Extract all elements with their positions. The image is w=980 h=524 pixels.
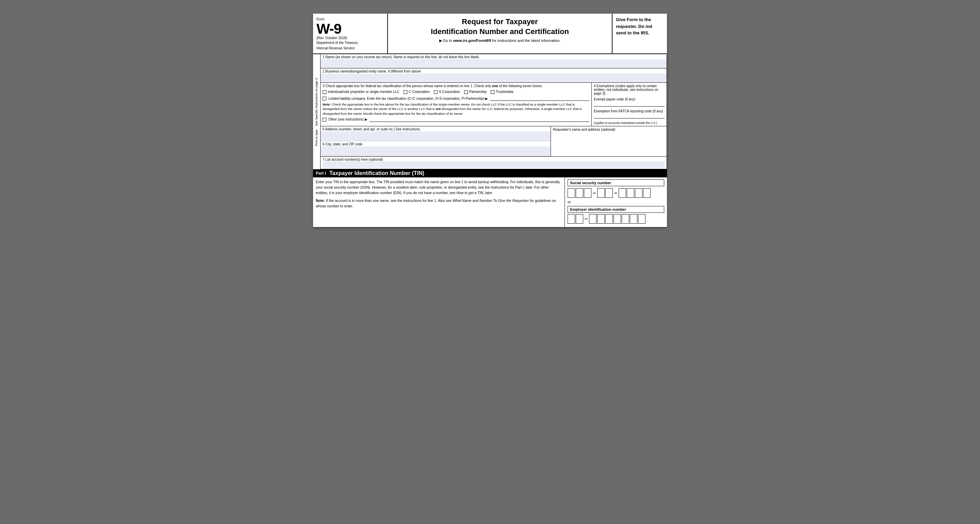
field2-input[interactable] xyxy=(321,73,667,83)
ein-group1 xyxy=(568,214,583,224)
form-body: Print or type. See Specific Instructions… xyxy=(313,54,667,169)
ssn-box1[interactable] xyxy=(568,188,575,198)
field6-input[interactable] xyxy=(321,147,550,156)
part1-text: Enter your TIN in the appropriate box. T… xyxy=(313,177,565,227)
ein-box8[interactable] xyxy=(630,214,637,224)
other-input[interactable] xyxy=(369,117,589,122)
ssn-box2[interactable] xyxy=(576,188,583,198)
irs-label: Internal Revenue Service xyxy=(317,46,384,51)
vertical-text: Print or type. See Specific Instructions… xyxy=(315,77,318,146)
s-corp-label: S Corporation xyxy=(439,90,460,94)
field7-row: 7 List account number(s) here (optional) xyxy=(321,157,667,169)
partnership-checkbox[interactable] xyxy=(464,90,468,94)
field3-row: 3 Check appropriate box for federal tax … xyxy=(321,83,667,126)
ein-box1[interactable] xyxy=(568,214,575,224)
field5-row: 5 Address (number, street, and apt. or s… xyxy=(321,126,550,141)
s-corp-checkbox[interactable] xyxy=(434,90,438,94)
checkbox-s-corp: S Corporation xyxy=(434,90,460,94)
address-section: 5 Address (number, street, and apt. or s… xyxy=(321,126,667,157)
field4-exemptions: 4 Exemptions (codes apply only to certai… xyxy=(592,83,667,126)
exempt-payee-input[interactable] xyxy=(594,102,665,107)
part1-label: Part I xyxy=(316,171,326,176)
ssn-box7[interactable] xyxy=(627,188,634,198)
part1-how-to-get: How to get a TIN, xyxy=(456,191,484,195)
ein-box4[interactable] xyxy=(597,214,605,224)
field3-label: 3 Check appropriate box for federal tax … xyxy=(323,84,589,88)
requester-address: Requester's name and address (optional) xyxy=(551,126,667,156)
part1-what-name: What Name and Number To Give the Request… xyxy=(453,199,529,202)
part1-note-label: Note: xyxy=(316,199,325,202)
c-corp-label: C Corporation xyxy=(409,90,430,94)
llc-checkbox[interactable] xyxy=(323,97,326,100)
ssn-box8[interactable] xyxy=(635,188,643,198)
checkbox-row1: Individual/sole proprietor or single-mem… xyxy=(323,90,589,94)
goto-line: ▶ Go to www.irs.gov/FormW9 for instructi… xyxy=(395,38,605,43)
checkbox-partnership: Partnership xyxy=(464,90,487,94)
ssn-box6[interactable] xyxy=(619,188,626,198)
field5-input[interactable] xyxy=(321,131,550,141)
goto-suffix: for instructions and the latest informat… xyxy=(492,38,560,43)
ssn-dash2: – xyxy=(614,190,617,196)
checkbox-trust: Trust/estate xyxy=(491,90,514,94)
ein-group2 xyxy=(589,214,646,224)
other-row: Other (see instructions) ▶ xyxy=(323,117,589,122)
fatca-input[interactable] xyxy=(594,114,665,118)
ein-box6[interactable] xyxy=(614,214,621,224)
individual-checkbox[interactable] xyxy=(323,90,326,94)
ssn-box4[interactable] xyxy=(597,188,605,198)
ein-box2[interactable] xyxy=(576,214,583,224)
llc-input[interactable] xyxy=(490,96,589,101)
header-right: Give Form to the requester. Do not send … xyxy=(612,14,667,53)
form-header: Form W-9 (Rev. October 2018) Department … xyxy=(313,14,667,54)
checkbox-c-corp: C Corporation xyxy=(404,90,430,94)
vertical-label: Print or type. See Specific Instructions… xyxy=(313,54,321,169)
field5-label: 5 Address (number, street, and apt. or s… xyxy=(321,126,550,131)
ein-box3[interactable] xyxy=(589,214,597,224)
instructions-text: Give Form to the requester. Do not send … xyxy=(616,17,652,35)
form-rev: (Rev. October 2018) xyxy=(317,36,384,40)
form-fields: 1 Name (as shown on your income tax retu… xyxy=(321,54,667,169)
address-left: 5 Address (number, street, and apt. or s… xyxy=(321,126,551,156)
field4-label: 4 Exemptions (codes apply only to certai… xyxy=(594,84,665,96)
field6-label: 6 City, state, and ZIP code xyxy=(321,141,550,147)
ein-boxes: – xyxy=(568,214,664,224)
w9-form: Form W-9 (Rev. October 2018) Department … xyxy=(313,14,667,228)
part1-header: Part I Taxpayer Identification Number (T… xyxy=(313,169,667,177)
field3-left: 3 Check appropriate box for federal tax … xyxy=(321,83,592,126)
fatca-note: (Applies to accounts maintained outside … xyxy=(594,121,665,124)
ssn-boxes: – – xyxy=(568,188,664,198)
form-title: Request for Taxpayer Identification Numb… xyxy=(395,17,605,37)
llc-row: Limited liability company. Enter the tax… xyxy=(323,96,589,101)
trust-checkbox[interactable] xyxy=(491,90,495,94)
field1-input[interactable] xyxy=(321,59,667,68)
ein-box5[interactable] xyxy=(605,214,613,224)
note-text: Note: Check the appropriate box in the l… xyxy=(323,102,589,116)
requester-label: Requester's name and address (optional) xyxy=(553,128,665,131)
field2-label: 2 Business name/disregarded entity name,… xyxy=(321,68,667,73)
field2-row: 2 Business name/disregarded entity name,… xyxy=(321,68,667,83)
goto-url: www.irs.gov/FormW9 xyxy=(453,38,491,43)
ssn-box3[interactable] xyxy=(584,188,592,198)
ssn-dash1: – xyxy=(593,190,596,196)
header-center: Request for Taxpayer Identification Numb… xyxy=(388,14,612,53)
ein-box9[interactable] xyxy=(638,214,646,224)
ssn-group2 xyxy=(597,188,613,198)
other-checkbox[interactable] xyxy=(323,118,326,121)
ssn-box9[interactable] xyxy=(643,188,651,198)
dept-label: Department of the Treasury xyxy=(317,40,384,45)
part1-title: Taxpayer Identification Number (TIN) xyxy=(329,170,424,176)
ein-box7[interactable] xyxy=(622,214,629,224)
part1-note-text: If the account is in more than one name,… xyxy=(326,199,452,202)
ssn-group3 xyxy=(619,188,651,198)
field1-label: 1 Name (as shown on your income tax retu… xyxy=(321,54,667,59)
c-corp-checkbox[interactable] xyxy=(404,90,407,94)
part1-tin-section: Social security number – – xyxy=(565,177,667,227)
part1-body-text2: later. xyxy=(485,191,493,195)
fatca-label: Exemption from FATCA reporting code (if … xyxy=(594,109,665,113)
field6-row: 6 City, state, and ZIP code xyxy=(321,141,550,156)
ssn-box5[interactable] xyxy=(605,188,613,198)
requester-input[interactable] xyxy=(553,131,665,152)
field7-input[interactable] xyxy=(323,161,665,168)
field1-row: 1 Name (as shown on your income tax retu… xyxy=(321,54,667,68)
ein-label: Employer identification number xyxy=(568,206,664,213)
